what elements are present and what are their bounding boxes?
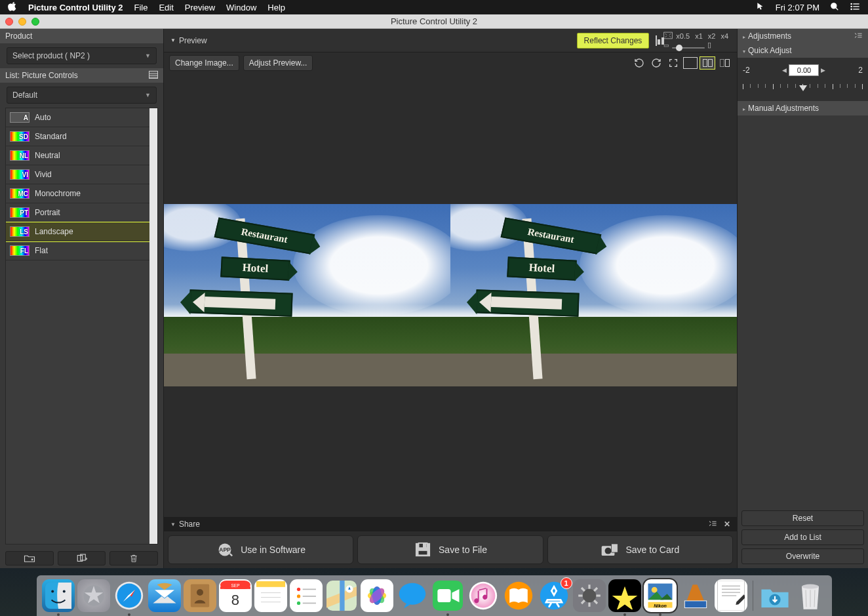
spotlight-icon[interactable]	[830, 2, 839, 13]
share-close-icon[interactable]: ✕	[724, 520, 730, 529]
control-center-icon[interactable]	[850, 2, 860, 13]
dock-capture-nx-icon[interactable]	[608, 579, 641, 612]
quick-adjust-header[interactable]: ▾Quick Adjust	[738, 43, 868, 58]
zoom-step-4x[interactable]: x4	[719, 32, 730, 40]
share-section-label[interactable]: Share	[179, 520, 200, 529]
picture-controls-set-dropdown[interactable]: Default ▼	[7, 87, 157, 104]
svg-rect-14	[664, 32, 673, 39]
adjustments-header[interactable]: ▸Adjustments	[738, 29, 868, 43]
preview-area[interactable]: Restaurant Hotel Restaurant Hotel	[164, 73, 737, 517]
dock-preferences-icon[interactable]	[573, 579, 606, 612]
window-minimize-button[interactable]	[18, 18, 26, 26]
menu-preview[interactable]: Preview	[185, 3, 215, 12]
rotate-cw-icon[interactable]	[649, 57, 663, 69]
preview-section-toggle[interactable]: ▼ Preview	[170, 36, 207, 45]
layout-single-icon[interactable]	[683, 57, 698, 69]
picture-control-item-flat[interactable]: FL Flat	[6, 241, 149, 260]
overwrite-button[interactable]: Overwrite	[741, 548, 864, 564]
picture-control-item-vivid[interactable]: VI Vivid	[6, 165, 149, 184]
camera-card-icon	[601, 542, 619, 558]
layout-split-icon[interactable]	[700, 57, 715, 69]
menu-window[interactable]: Window	[226, 3, 256, 12]
dock-launchpad-icon[interactable]	[77, 579, 110, 612]
svg-point-31	[51, 590, 54, 593]
dock-calendar-icon[interactable]: SEP8	[219, 579, 252, 612]
dock-textedit-icon[interactable]	[715, 579, 747, 612]
product-dropdown[interactable]: Select product ( NP2 ) ▼	[7, 47, 157, 64]
qa-increment-button[interactable]: ▶	[821, 67, 825, 73]
dock-maps-icon[interactable]	[325, 579, 358, 612]
zoom-in-icon[interactable]: ▯	[707, 41, 711, 49]
menubar-clock[interactable]: Fri 2:07 PM	[776, 3, 819, 12]
picture-control-item-landscape[interactable]: LS Landscape	[6, 222, 149, 241]
reflect-changes-button[interactable]: Reflect Changes	[577, 33, 650, 49]
menu-help[interactable]: Help	[267, 3, 285, 12]
dock-trash-icon[interactable]	[794, 579, 827, 612]
add-to-list-button[interactable]: Add to List	[741, 529, 864, 545]
picture-control-item-neutral[interactable]: NL Neutral	[6, 146, 149, 165]
dock-ibooks-icon[interactable]	[502, 579, 535, 612]
qa-slider[interactable]	[743, 84, 863, 92]
delete-button[interactable]	[109, 551, 158, 565]
save-to-card-button[interactable]: Save to Card	[547, 535, 733, 564]
triangle-down-icon: ▼	[170, 522, 176, 527]
dock-finder-icon[interactable]	[42, 579, 75, 612]
duplicate-button[interactable]	[58, 551, 106, 565]
histogram-button[interactable]	[656, 36, 657, 45]
reset-button[interactable]: Reset	[741, 510, 864, 526]
collapse-panel-icon[interactable]	[854, 31, 863, 41]
zoom-step-0-5x[interactable]: x0.5	[674, 32, 692, 40]
import-button[interactable]	[5, 551, 54, 565]
dock-viewnx-icon[interactable]	[679, 579, 712, 612]
apple-menu[interactable]	[8, 2, 17, 13]
dock-notes-icon[interactable]	[254, 579, 287, 612]
dock-photos-icon[interactable]	[361, 579, 393, 612]
dock-appstore-icon[interactable]: 1	[538, 579, 570, 612]
qa-decrement-button[interactable]: ◀	[782, 67, 787, 73]
zoom-step-1x[interactable]: x1	[693, 32, 705, 40]
menubar-app-name[interactable]: Picture Control Utility 2	[28, 3, 123, 12]
dock-messages-icon[interactable]	[396, 579, 429, 612]
svg-point-4	[851, 6, 852, 7]
dock-reminders-icon[interactable]	[290, 579, 323, 612]
zoom-out-icon[interactable]: ▭	[663, 42, 669, 49]
zoom-slider[interactable]	[672, 47, 705, 49]
preview-image-after: Restaurant Hotel	[450, 204, 737, 386]
dock-contacts-icon[interactable]	[184, 579, 216, 612]
status-cursor-icon[interactable]	[756, 2, 765, 13]
picture-control-item-standard[interactable]: SD Standard	[6, 127, 149, 146]
menu-edit[interactable]: Edit	[159, 3, 173, 12]
layout-compare-icon[interactable]	[717, 57, 732, 69]
fit-to-screen-icon[interactable]	[663, 31, 673, 41]
manual-adjustments-header[interactable]: ▸Manual Adjustments	[738, 101, 868, 115]
qa-slider-thumb[interactable]	[799, 85, 807, 91]
use-in-software-button[interactable]: APP Use in Software	[168, 535, 353, 564]
svg-point-6	[851, 9, 852, 9]
fullscreen-icon[interactable]	[666, 57, 681, 69]
window-close-button[interactable]	[5, 18, 13, 26]
svg-rect-22	[424, 544, 426, 548]
svg-point-32	[62, 590, 65, 593]
menu-file[interactable]: File	[134, 3, 148, 12]
zoom-step-2x[interactable]: x2	[706, 32, 718, 40]
rotate-ccw-icon[interactable]	[632, 57, 646, 69]
qa-value-input[interactable]: 0.00	[789, 64, 819, 76]
save-to-file-button[interactable]: Save to File	[357, 535, 543, 564]
window-zoom-button[interactable]	[31, 18, 39, 26]
svg-line-80	[582, 600, 585, 604]
share-expand-icon[interactable]	[708, 520, 717, 529]
dock-downloads-icon[interactable]	[759, 579, 791, 612]
change-image-button[interactable]: Change Image...	[169, 55, 239, 71]
chevron-down-icon: ▼	[145, 52, 151, 59]
dock-itunes-icon[interactable]	[467, 579, 500, 612]
dock-facetime-icon[interactable]	[431, 579, 464, 612]
dock-safari-icon[interactable]	[113, 579, 146, 612]
dock-mail-icon[interactable]	[148, 579, 181, 612]
list-view-icon[interactable]	[149, 71, 158, 81]
picture-control-item-portrait[interactable]: PT Portrait	[6, 203, 149, 222]
picture-control-item-auto[interactable]: A Auto	[6, 108, 149, 127]
picture-control-item-monochrome[interactable]: MC Monochrome	[6, 184, 149, 203]
dock-picture-control-utility-icon[interactable]: Nikon	[644, 579, 677, 612]
picture-controls-scrollbar[interactable]	[149, 108, 157, 544]
adjust-preview-button[interactable]: Adjust Preview...	[243, 55, 313, 71]
